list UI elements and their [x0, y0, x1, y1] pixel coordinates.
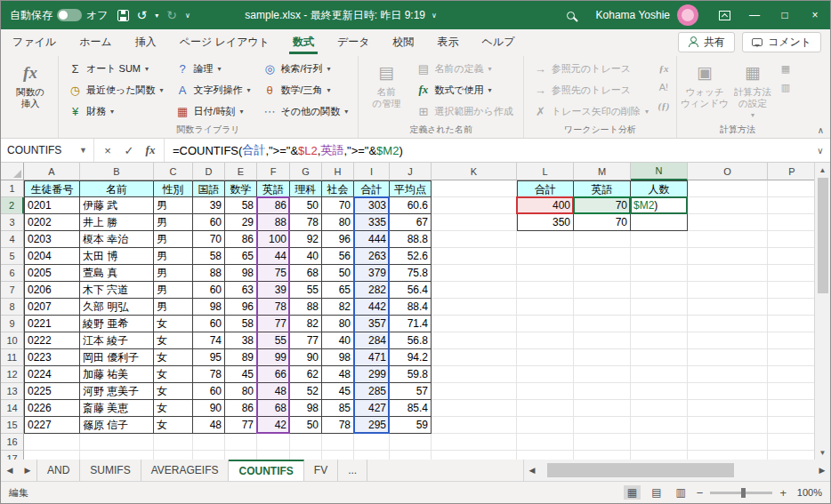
ribbon-tab-home[interactable]: ホーム	[68, 29, 124, 54]
cell-B13[interactable]: 河野 恵美子	[80, 383, 154, 400]
cell-A1[interactable]: 生徒番号	[24, 180, 80, 197]
row-header-16[interactable]: 16	[1, 434, 24, 451]
cell-K12[interactable]	[432, 366, 517, 383]
cell-B9[interactable]: 綾野 亜希	[80, 316, 154, 332]
cell-A15[interactable]: 0227	[24, 417, 80, 434]
cell-F12[interactable]: 66	[257, 366, 290, 383]
cell-P15[interactable]	[768, 417, 814, 434]
cell-H2[interactable]: 70	[322, 197, 354, 214]
cell-N8[interactable]	[631, 299, 688, 316]
cell-H8[interactable]: 82	[322, 299, 354, 316]
cell-N4[interactable]	[631, 231, 688, 248]
ribbon-button-logical[interactable]: ?論理▾	[170, 58, 257, 79]
cell-J10[interactable]: 56.8	[390, 332, 432, 349]
row-header-7[interactable]: 7	[1, 282, 24, 299]
cell-K5[interactable]	[432, 248, 517, 265]
cell-P1[interactable]	[768, 180, 814, 197]
zoom-slider[interactable]	[710, 492, 772, 494]
cell-L1[interactable]: 合計	[517, 180, 574, 197]
cell-G9[interactable]: 82	[290, 316, 322, 332]
cell-N5[interactable]	[631, 248, 688, 265]
cell-J15[interactable]: 59	[390, 417, 432, 434]
cell-D14[interactable]: 90	[193, 400, 225, 417]
cell-I12[interactable]: 299	[354, 366, 390, 383]
cell-P17[interactable]	[768, 451, 814, 460]
cell-N10[interactable]	[631, 332, 688, 349]
cell-O1[interactable]	[688, 180, 768, 197]
calculation-options-button[interactable]: ▦ 計算方法 の設定 ▾	[729, 58, 777, 121]
cell-J1[interactable]: 平均点	[390, 180, 432, 197]
cell-O7[interactable]	[688, 282, 768, 299]
cell-D1[interactable]: 国語	[193, 180, 225, 197]
calculate-now-icon[interactable]: ▦	[777, 60, 795, 77]
row-header-6[interactable]: 6	[1, 265, 24, 282]
cell-J7[interactable]: 56.4	[390, 282, 432, 299]
ribbon-tab-review[interactable]: 校閲	[382, 29, 426, 54]
cell-I17[interactable]	[354, 451, 390, 460]
cell-I11[interactable]: 471	[354, 349, 390, 366]
cell-N13[interactable]	[631, 383, 688, 400]
cell-L11[interactable]	[517, 349, 574, 366]
insert-function-fx-button[interactable]: fx	[140, 143, 161, 157]
cell-A17[interactable]	[24, 451, 80, 460]
cell-H9[interactable]: 80	[322, 316, 354, 332]
cell-F10[interactable]: 55	[257, 332, 290, 349]
cell-C12[interactable]: 女	[154, 366, 193, 383]
cell-P6[interactable]	[768, 265, 814, 282]
cell-K7[interactable]	[432, 282, 517, 299]
cell-M4[interactable]	[574, 231, 631, 248]
cell-K2[interactable]	[432, 197, 517, 214]
row-header-15[interactable]: 15	[1, 417, 24, 434]
ribbon-button-text[interactable]: A文字列操作▾	[170, 79, 257, 100]
cell-M15[interactable]	[574, 417, 631, 434]
ribbon-button-trace-dependents[interactable]: →参照先のトレース	[528, 79, 655, 100]
cell-B2[interactable]: 伊藤 武	[80, 197, 154, 214]
cell-D13[interactable]: 60	[193, 383, 225, 400]
cell-G14[interactable]: 98	[290, 400, 322, 417]
cell-E4[interactable]: 86	[225, 231, 257, 248]
cell-P16[interactable]	[768, 434, 814, 451]
cell-C15[interactable]: 女	[154, 417, 193, 434]
cell-M16[interactable]	[574, 434, 631, 451]
cell-G8[interactable]: 88	[290, 299, 322, 316]
cell-N14[interactable]	[631, 400, 688, 417]
cell-M9[interactable]	[574, 316, 631, 332]
cancel-button[interactable]: ×	[97, 144, 118, 157]
cell-I1[interactable]: 合計	[354, 180, 390, 197]
cell-H17[interactable]	[322, 451, 354, 460]
maximize-button[interactable]: □	[770, 1, 800, 29]
cell-H11[interactable]: 98	[322, 349, 354, 366]
cell-C2[interactable]: 男	[154, 197, 193, 214]
row-header-17[interactable]: 17	[1, 451, 24, 460]
cell-M12[interactable]	[574, 366, 631, 383]
column-header-C[interactable]: C	[154, 163, 193, 180]
cell-K4[interactable]	[432, 231, 517, 248]
cell-A6[interactable]: 0205	[24, 265, 80, 282]
cell-F15[interactable]: 42	[257, 417, 290, 434]
cell-G16[interactable]	[290, 434, 322, 451]
watch-window-button[interactable]: ▣ ウォッチ ウィンドウ	[681, 58, 729, 109]
cell-O11[interactable]	[688, 349, 768, 366]
cell-N9[interactable]	[631, 316, 688, 332]
cell-D16[interactable]	[193, 434, 225, 451]
row-header-11[interactable]: 11	[1, 349, 24, 366]
page-layout-view-icon[interactable]: ▤	[648, 485, 665, 500]
cell-C1[interactable]: 性別	[154, 180, 193, 197]
cell-C11[interactable]: 女	[154, 349, 193, 366]
autosave-toggle[interactable]	[57, 9, 82, 21]
scroll-up-icon[interactable]: ▲	[815, 163, 830, 177]
cell-P12[interactable]	[768, 366, 814, 383]
cell-L14[interactable]	[517, 400, 574, 417]
cell-P7[interactable]	[768, 282, 814, 299]
cell-M7[interactable]	[574, 282, 631, 299]
cell-D9[interactable]: 60	[193, 316, 225, 332]
cell-L17[interactable]	[517, 451, 574, 460]
cell-L7[interactable]	[517, 282, 574, 299]
cell-C9[interactable]: 女	[154, 316, 193, 332]
cell-P14[interactable]	[768, 400, 814, 417]
cell-I9[interactable]: 357	[354, 316, 390, 332]
cell-K6[interactable]	[432, 265, 517, 282]
cell-E1[interactable]: 数学	[225, 180, 257, 197]
sheet-tab-fv[interactable]: FV	[304, 460, 338, 481]
column-header-A[interactable]: A	[24, 163, 80, 180]
